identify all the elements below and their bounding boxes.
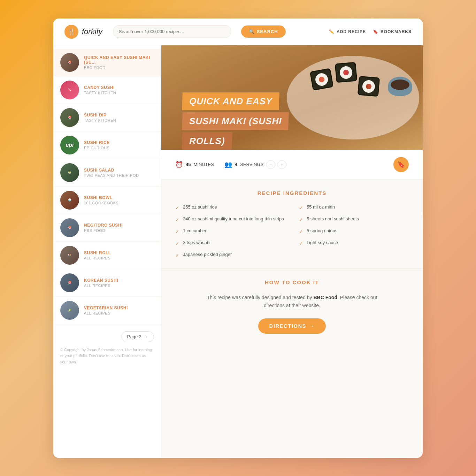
recipe-source: ALL RECIPES <box>84 284 154 288</box>
recipe-source: PBS FOOD <box>84 228 154 233</box>
recipe-source: EPICURIOUS <box>84 146 154 150</box>
ingredient-item: ✓ 1 cucumber <box>175 228 285 234</box>
header: 🍴 forkify 🔍 SEARCH ✏️ ADD RECIPE 🔖 BOOKM… <box>53 18 423 45</box>
recipe-thumbnail: 🥗 <box>60 163 79 182</box>
copyright-text: © Copyright by Jonas Schmedtmann. Use fo… <box>60 342 154 365</box>
directions-button[interactable]: DIRECTIONS → <box>258 318 326 334</box>
main-content: 🍣 QUICK AND EASY SUSHI MAKI (SU... BBC F… <box>53 45 423 458</box>
check-icon: ✓ <box>175 205 179 211</box>
header-actions: ✏️ ADD RECIPE 🔖 BOOKMARKS <box>329 29 412 34</box>
list-item[interactable]: epi SUSHI RICE EPICURIOUS <box>53 131 161 159</box>
recipe-info: SUSHI ROLL ALL RECIPES <box>84 250 154 260</box>
recipe-meta: ⏰ 45 MINUTES 👥 4 SERVINGS − + 🔖 <box>161 150 423 180</box>
bookmarks-button[interactable]: 🔖 BOOKMARKS <box>373 29 412 34</box>
search-input[interactable] <box>113 25 231 38</box>
ingredient-text: 255 oz sushi rice <box>183 204 217 210</box>
search-icon: 🔍 <box>249 29 255 34</box>
page-label: Page 2 <box>127 334 141 339</box>
recipe-info: SUSHI BOWL 101 COOKBOOKS <box>84 195 154 205</box>
people-icon: 👥 <box>224 161 232 168</box>
recipe-detail: QUICK AND EASY SUSHI MAKI (SUSHI ROLLS) … <box>161 45 423 458</box>
recipe-thumbnail: 🍣 <box>60 108 79 127</box>
search-button[interactable]: 🔍 SEARCH <box>241 25 286 38</box>
check-icon: ✓ <box>175 217 179 222</box>
recipe-source: ALL RECIPES <box>84 311 154 315</box>
how-to-description: This recipe was carefully designed and t… <box>201 294 383 310</box>
ingredient-item: ✓ 255 oz sushi rice <box>175 204 285 211</box>
bookmark-icon: 🔖 <box>373 29 378 34</box>
list-item[interactable]: 🍣 QUICK AND EASY SUSHI MAKI (SU... BBC F… <box>53 49 161 76</box>
recipe-title: QUICK AND EASY SUSHI MAKI (SU... <box>84 55 154 65</box>
title-banner-2: SUSHI MAKI (SUSHI <box>182 112 289 130</box>
recipe-info: SUSHI RICE EPICURIOUS <box>84 140 154 150</box>
recipe-info: SUSHI DIP TASTY KITCHEN <box>84 113 154 122</box>
recipe-thumbnail: 🍣 <box>60 218 79 237</box>
edit-icon: ✏️ <box>329 29 335 34</box>
ingredient-text: 1 cucumber <box>183 228 207 233</box>
list-item[interactable]: 🥬 VEGETARIAN SUSHI ALL RECIPES <box>53 297 161 324</box>
recipe-info: CANDY SUSHI TASTY KITCHEN <box>84 85 154 95</box>
logo-icon: 🍴 <box>64 25 78 39</box>
recipe-thumbnail: 🍱 <box>60 246 79 265</box>
check-icon: ✓ <box>299 205 303 211</box>
search-bar <box>113 25 231 38</box>
add-recipe-button[interactable]: ✏️ ADD RECIPE <box>329 29 366 34</box>
arrow-right-icon: → <box>309 323 315 329</box>
bookmarks-label: BOOKMARKS <box>381 29 412 34</box>
recipe-info: QUICK AND EASY SUSHI MAKI (SU... BBC FOO… <box>84 55 154 70</box>
search-label: SEARCH <box>257 29 278 34</box>
sauce-bowl <box>388 77 412 96</box>
ingredient-item: ✓ 5 spring onions <box>299 228 409 234</box>
list-item[interactable]: 🍣 KOREAN SUSHI ALL RECIPES <box>53 269 161 297</box>
bookmark-recipe-button[interactable]: 🔖 <box>393 157 409 172</box>
recipe-title: SUSHI SALAD <box>84 168 154 173</box>
time-label: MINUTES <box>193 162 214 167</box>
recipe-thumbnail: 🍚 <box>60 191 79 210</box>
recipe-info: NEGITORO SUSHI PBS FOOD <box>84 223 154 233</box>
recipe-title: CANDY SUSHI <box>84 85 154 90</box>
list-item[interactable]: 🍣 SUSHI DIP TASTY KITCHEN <box>53 104 161 131</box>
recipe-thumbnail: 🥬 <box>60 301 79 320</box>
list-item[interactable]: 🥗 SUSHI SALAD TWO PEAS AND THEIR POD <box>53 159 161 187</box>
ingredients-title: RECIPE INGREDIENTS <box>175 190 409 196</box>
list-item[interactable]: 🍱 SUSHI ROLL ALL RECIPES <box>53 242 161 269</box>
check-icon: ✓ <box>299 229 303 234</box>
ingredient-text: 340 oz sashimi quality tuna cut into lon… <box>183 216 284 221</box>
check-icon: ✓ <box>175 229 179 234</box>
recipe-title: NEGITORO SUSHI <box>84 223 154 228</box>
check-icon: ✓ <box>175 241 179 246</box>
ingredient-text: 5 spring onions <box>307 228 337 233</box>
recipe-title: SUSHI ROLL <box>84 250 154 255</box>
ingredient-item: ✓ 5 sheets nori sushi sheets <box>299 216 409 222</box>
sidebar-footer: Page 2 → © Copyright by Jonas Schmedtman… <box>53 324 161 369</box>
how-to-title: HOW TO COOK IT <box>175 279 409 285</box>
ingredients-section: RECIPE INGREDIENTS ✓ 255 oz sushi rice ✓… <box>161 180 423 269</box>
servings-label: SERVINGS <box>240 162 263 167</box>
check-icon: ✓ <box>299 241 303 246</box>
recipe-info: VEGETARIAN SUSHI ALL RECIPES <box>84 305 154 315</box>
ingredient-item: ✓ Japanese pickled ginger <box>175 252 285 258</box>
recipe-thumbnail: 🍣 <box>60 53 79 72</box>
how-to-section: HOW TO COOK IT This recipe was carefully… <box>161 269 423 348</box>
ingredient-text: 5 sheets nori sushi sheets <box>307 216 359 221</box>
increase-servings-button[interactable]: + <box>277 160 286 169</box>
check-icon: ✓ <box>299 217 303 222</box>
recipe-source: ALL RECIPES <box>84 256 154 260</box>
recipe-source: BBC FOOD <box>84 66 154 70</box>
sidebar: 🍣 QUICK AND EASY SUSHI MAKI (SU... BBC F… <box>53 45 161 458</box>
ingredient-item: ✓ 3 tsps wasabi <box>175 240 285 246</box>
title-banner-3: ROLLS) <box>182 132 232 150</box>
time-meta: ⏰ 45 MINUTES <box>175 161 214 168</box>
list-item[interactable]: 🍣 NEGITORO SUSHI PBS FOOD <box>53 214 161 242</box>
list-item[interactable]: 🍚 SUSHI BOWL 101 COOKBOOKS <box>53 187 161 214</box>
decrease-servings-button[interactable]: − <box>266 160 275 169</box>
next-page-button[interactable]: Page 2 → <box>121 331 154 342</box>
how-to-text: This recipe was carefully designed and t… <box>207 295 312 300</box>
ingredient-text: 55 ml oz mirin <box>307 204 335 210</box>
sushi-plate-art <box>276 49 423 146</box>
arrow-right-icon: → <box>144 334 148 339</box>
list-item[interactable]: 🍬 CANDY SUSHI TASTY KITCHEN <box>53 76 161 104</box>
recipe-thumbnail: 🍬 <box>60 81 79 99</box>
recipe-source: 101 COOKBOOKS <box>84 201 154 205</box>
ingredient-text: Japanese pickled ginger <box>183 252 232 257</box>
